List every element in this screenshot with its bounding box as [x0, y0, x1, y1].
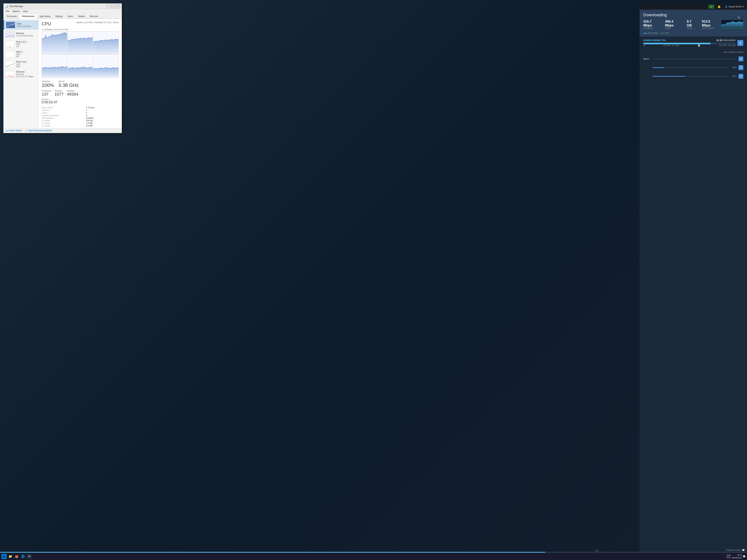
l3-label: L3 cache: [42, 125, 83, 127]
progress-row: DOWNLOADING 73% 01:31 REMAINING ⬇ 8.5 GB… [643, 39, 743, 47]
queue-16-button[interactable]: ⬇ [739, 65, 743, 70]
taskbar-left: ⊞ 📁 🦊 🌐 🎮 [1, 554, 32, 559]
disk2-thumb [5, 41, 15, 47]
tab-performance[interactable]: Performance [20, 14, 37, 19]
speed-value: 3.38 GHz [58, 82, 79, 88]
open-resource-monitor-link[interactable]: 📈 Open Resource Monitor [25, 129, 52, 132]
l2-value: 1.0 MB [86, 122, 119, 124]
maximize-button[interactable]: □ [111, 4, 115, 8]
svg-marker-25 [93, 39, 119, 54]
notification-area[interactable]: 💬 [743, 555, 746, 558]
total-value: 9.7 GB [687, 20, 696, 27]
disk2-info: Disk 2 (C:) SSD 1% [16, 41, 37, 48]
next-download-button[interactable]: ⬇ [739, 56, 743, 61]
taskbar: ⊞ 📁 🦊 🌐 🎮 ENGINTL 16:43 08/08/2023 💬 [0, 553, 747, 560]
fewer-details-link[interactable]: ▲ Fewer details [6, 129, 22, 132]
current-value: 416.7 Mbps [643, 20, 660, 27]
queue-43-button[interactable]: ⬇ [739, 74, 743, 79]
cpu-stats-main: Utilisation 100% Speed 3.38 GHz [42, 80, 119, 88]
sidebar-item-disk3[interactable]: Disk 3 SSD 0% [3, 49, 38, 59]
disk2-usage: 1% [16, 45, 37, 48]
menu-file[interactable]: File [4, 9, 11, 13]
fewer-details-icon: ▲ [6, 129, 8, 132]
queue-43-bar [652, 76, 728, 77]
tab-startup[interactable]: Startup [53, 14, 65, 19]
total-label: TOTAL [687, 27, 696, 29]
chart-100-label: 100% [62, 32, 67, 34]
sidebar-item-ethernet[interactable]: Ethernet Ethernet S: 6.4 R: 477 Mbps [3, 69, 38, 79]
l1-value: 256 KB [86, 119, 119, 122]
disk-dot [660, 33, 664, 33]
ethernet-info: Ethernet Ethernet S: 6.4 R: 477 Mbps [16, 71, 37, 78]
chart-title: % Utilisation over 60 seconds [42, 28, 119, 31]
title-left: 📊 Task Manager [5, 5, 23, 8]
firefox-button[interactable]: 🦊 [14, 554, 19, 559]
menu-options[interactable]: Options [11, 9, 21, 13]
tab-services[interactable]: Services [87, 14, 101, 19]
tab-app-history[interactable]: App history [37, 14, 53, 19]
uptime-group: Up time 0:00:02:47 [42, 98, 119, 104]
friends-chat-label: Friends & Chat [726, 549, 741, 552]
svg-rect-2 [5, 51, 15, 57]
time-display: 16:43 [732, 554, 742, 556]
sidebar-item-cpu[interactable]: CPU 100% 3.38 GHz [3, 20, 38, 30]
queue-16-bar [652, 67, 728, 68]
tab-details[interactable]: Details [76, 14, 87, 19]
speaker-button[interactable]: 🔊 [708, 5, 715, 9]
download-progress-section: DOWNLOADING 73% 01:31 REMAINING ⬇ 8.5 GB… [640, 36, 747, 49]
cpu-core-chart-4 [42, 55, 67, 77]
sidebar-item-memory[interactable]: Memory 3.1/15.8 GB (20%) [3, 30, 38, 39]
taskbar-progress-label: 73% [595, 550, 599, 552]
disk-label: DISK USAGE [702, 27, 718, 29]
svg-marker-11 [42, 33, 67, 54]
utilisation-label: Utilisation [42, 80, 54, 82]
start-button[interactable]: ⊞ [1, 554, 7, 559]
sidebar-item-disk4[interactable]: Disk 4 (S:) SSD 55% [3, 59, 38, 69]
close-button[interactable]: ✕ [116, 4, 120, 8]
steam-taskbar-button[interactable]: 🎮 [27, 554, 32, 559]
download-header: Downloading ⚙ 416.7 Mbps CURRENT 456.4 M… [640, 10, 747, 36]
network-toggle[interactable]: NETWORK [643, 32, 658, 34]
tab-processes[interactable]: Processes [4, 14, 20, 19]
virtualisation-label: Virtualisation: [42, 117, 83, 119]
friends-chat-icon: 💬 [742, 549, 745, 552]
base-speed-value: 2.70 GHz [86, 106, 119, 109]
handles-label: Handles [67, 90, 78, 92]
notification-button[interactable]: 🔔 [716, 4, 722, 9]
minimize-button[interactable]: ─ [106, 4, 111, 8]
disk2-name: Disk 2 (C:) [16, 41, 37, 43]
sidebar-item-disk2[interactable]: Disk 2 (C:) SSD 1% [3, 39, 38, 49]
logical-value: 8 [86, 114, 119, 116]
memory-thumb [5, 31, 15, 37]
game-queue-list: NEXT ⬇ 16% ⬇ [640, 55, 747, 81]
taskbar-right: ENGINTL 16:43 08/08/2023 💬 [727, 554, 746, 559]
disk-stat: 913.5 Mbps DISK USAGE [702, 20, 718, 29]
cpu-core-chart-6 [93, 55, 119, 77]
tab-users[interactable]: Users [65, 14, 75, 19]
file-explorer-button[interactable]: 📁 [8, 554, 13, 559]
install-size: 22.8 GB / 30.8 GB [719, 44, 736, 47]
disk4-type: SSD [16, 63, 37, 65]
user-menu[interactable]: 👤 Speed Weed ▾ [724, 5, 745, 9]
cpu-info: CPU 100% 3.38 GHz [17, 23, 37, 27]
peak-stat: 456.4 Mbps PEAK [665, 20, 681, 29]
threads-label: Threads [54, 90, 63, 92]
browser-button[interactable]: 🌐 [20, 554, 26, 559]
processes-label: Processes [42, 90, 51, 92]
pause-button[interactable]: ⏸ [737, 40, 743, 46]
memory-name: Memory [16, 32, 37, 35]
disk-toggle[interactable]: DISK [660, 32, 670, 34]
disk4-name: Disk 4 (S:) [16, 60, 37, 63]
svg-marker-39 [68, 67, 93, 77]
downloading-label: DOWNLOADING 73% [643, 39, 666, 42]
memory-usage: 3.1/15.8 GB (20%) [16, 35, 37, 37]
ethernet-type: Ethernet [16, 73, 37, 75]
settings-gear-button[interactable]: ⚙ [737, 16, 740, 20]
network-chart [721, 20, 743, 30]
cores-label: Cores: [42, 112, 83, 114]
tm-body: CPU 100% 3.38 GHz Memory 3.1/15.8 GB (20… [3, 19, 122, 128]
tm-footer: ▲ Fewer details 📈 Open Resource Monitor [3, 128, 122, 133]
menu-view[interactable]: View [22, 9, 29, 13]
steam-content: Downloading ⚙ 416.7 Mbps CURRENT 456.4 M… [640, 10, 747, 553]
download-stats: 416.7 Mbps CURRENT 456.4 Mbps PEAK 9.7 G… [643, 20, 718, 29]
